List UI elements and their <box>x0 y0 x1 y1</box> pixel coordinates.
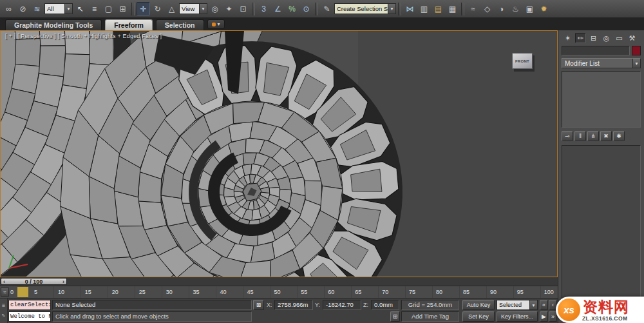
material-editor-icon[interactable]: ◑ <box>495 2 508 15</box>
play-animation-icon[interactable]: ▶ <box>540 311 548 322</box>
key-filters-button[interactable]: Key Filters... <box>497 311 538 322</box>
make-unique-icon[interactable]: ⋔ <box>587 131 599 141</box>
go-to-start-icon[interactable]: « <box>540 300 548 310</box>
angle-snap-icon[interactable]: ∠ <box>271 2 285 15</box>
viewport[interactable]: [ + ] [ Perspective ] [ Smooth + Highlig… <box>0 30 558 277</box>
tab-graphite-modeling-tools[interactable]: Graphite Modeling Tools <box>5 19 102 30</box>
add-time-tag[interactable]: Add Time Tag <box>401 311 459 322</box>
schematic-view-icon[interactable]: ◇ <box>480 2 494 15</box>
bind-to-space-warp-icon[interactable]: ≋ <box>30 2 44 15</box>
edit-named-selection-sets-icon[interactable]: ✎ <box>320 2 334 15</box>
remove-modifier-icon[interactable]: ✖ <box>600 131 612 141</box>
next-frame-arrow-icon[interactable]: › <box>62 279 64 285</box>
frame-tick-label: 95 <box>517 289 524 295</box>
percent-snap-icon[interactable]: % <box>285 2 299 15</box>
frame-tick-label: 30 <box>166 289 173 295</box>
dropdown-arrow-icon[interactable]: ▼ <box>529 300 537 309</box>
frame-tick-label: 35 <box>193 289 200 295</box>
toolbar-separator <box>315 3 318 15</box>
show-end-result-icon[interactable]: ‖ <box>574 131 586 141</box>
status-side-strip: ≣✎ <box>0 299 8 323</box>
selection-filter-dropdown[interactable]: All▼ <box>44 3 73 14</box>
watermark-brand: 资料网 <box>583 297 629 317</box>
previous-frame-arrow-icon[interactable]: ‹ <box>3 279 5 285</box>
auto-key-button[interactable]: Auto Key <box>462 300 495 310</box>
select-and-manipulate-icon[interactable]: ✦ <box>222 2 236 15</box>
dropdown-arrow-icon[interactable]: ▼ <box>632 59 640 68</box>
named-selection-sets-dropdown[interactable]: Create Selection Se▼ <box>334 3 396 14</box>
main-toolbar: ∞⊘≋All▼↖≡▢⊞✛↻△View▼◎✦⊡3∠%⊙✎Create Select… <box>0 0 644 18</box>
set-key-button[interactable]: Set Key <box>462 311 495 322</box>
prompt-line: Click and drag to select and move object… <box>52 311 252 322</box>
hierarchy-tab-icon[interactable]: ⊟ <box>588 33 599 43</box>
window-crossing-icon[interactable]: ⊞ <box>116 2 129 15</box>
selection-lock-toggle[interactable]: ⊠ <box>253 300 264 310</box>
layer-manager-icon[interactable]: ▤ <box>431 2 445 15</box>
y-coordinate-field[interactable]: -18242.70 <box>323 300 361 310</box>
utilities-tab-icon[interactable]: ⚒ <box>627 33 638 43</box>
key-mode-dropdown[interactable]: Selected ▼ <box>497 300 538 310</box>
select-and-rotate-icon[interactable]: ↻ <box>151 2 164 15</box>
mini-curve-editor-button[interactable]: ≈ <box>1 288 9 297</box>
key-mode-value: Selected <box>497 302 529 308</box>
curve-editor-icon[interactable]: ≈ <box>466 2 480 15</box>
track-bar[interactable]: ≈ 05101520253035404550556065707580859095… <box>0 286 558 299</box>
modifier-stack[interactable] <box>562 71 641 128</box>
ribbon-minimize-button[interactable]: ▾ <box>207 19 225 29</box>
object-color-swatch[interactable] <box>632 46 641 55</box>
viewport-label[interactable]: [ + ] [ Perspective ] [ Smooth + Highlig… <box>5 33 162 39</box>
motion-tab-icon[interactable]: ◎ <box>601 33 612 43</box>
render-setup-icon[interactable]: ♨ <box>509 2 522 15</box>
display-tab-icon[interactable]: ▭ <box>614 33 625 43</box>
rectangular-selection-region-icon[interactable]: ▢ <box>102 2 115 15</box>
rendered-frame-window-icon[interactable]: ▣ <box>523 2 536 15</box>
graphite-ribbon-toggle-icon[interactable]: ▦ <box>446 2 459 15</box>
mini-listener-line[interactable]: Welcome to MAX! <box>8 311 51 322</box>
dropdown-arrow-icon[interactable]: ▼ <box>64 4 72 14</box>
tab-freeform[interactable]: Freeform <box>105 19 153 30</box>
watermark-url: ZL.XS1616.COM <box>582 315 627 322</box>
viewport-mesh[interactable] <box>1 31 557 277</box>
modifier-stack-buttons: ⊸‖⋔✖✱ <box>562 131 641 141</box>
pin-stack-icon[interactable]: ⊸ <box>562 131 573 141</box>
time-slider-bar[interactable]: ‹ 0 / 100 › <box>0 277 558 286</box>
rollout-area[interactable] <box>562 145 641 321</box>
command-panel: ✶✏⊟◎▭⚒ Modifier List ▼ ⊸‖⋔✖✱ <box>558 30 644 323</box>
configure-modifier-sets-icon[interactable]: ✱ <box>613 131 625 141</box>
toolbar-separator <box>398 3 401 15</box>
reference-coordinate-dropdown[interactable]: View▼ <box>179 3 207 14</box>
frame-tick-label: 25 <box>139 289 146 295</box>
front-gizmo[interactable]: FRONT <box>512 53 533 69</box>
time-slider-handle[interactable]: ‹ 0 / 100 › <box>1 278 67 285</box>
frame-tick-label: 70 <box>382 289 388 295</box>
x-coordinate-field[interactable]: 2758.966m <box>274 300 313 310</box>
maxscript-mini-listener-icon: ≣ <box>2 303 6 308</box>
z-coordinate-field[interactable]: 0.0mm <box>371 300 399 310</box>
align-icon[interactable]: ▥ <box>417 2 431 15</box>
time-tag-icon[interactable]: ⊞ <box>390 311 400 322</box>
tab-selection[interactable]: Selection <box>156 19 204 30</box>
select-and-scale-icon[interactable]: △ <box>165 2 178 15</box>
keyboard-override-icon[interactable]: ⊡ <box>236 2 250 15</box>
create-tab-icon[interactable]: ✶ <box>562 33 573 43</box>
select-and-link-icon[interactable]: ∞ <box>2 2 15 15</box>
modifier-list-dropdown[interactable]: Modifier List ▼ <box>562 58 641 68</box>
dropdown-arrow-icon[interactable]: ▼ <box>388 4 395 14</box>
mirror-icon[interactable]: ⋈ <box>403 2 417 15</box>
spinner-snap-icon[interactable]: ⊙ <box>299 2 313 15</box>
select-by-name-icon[interactable]: ≡ <box>88 2 101 15</box>
render-production-icon[interactable]: ✹ <box>537 2 551 15</box>
toolbar-separator <box>131 3 135 15</box>
select-object-icon[interactable]: ↖ <box>73 2 87 15</box>
frame-tick-label: 85 <box>463 289 469 295</box>
time-slider-label: 0 / 100 <box>25 279 43 285</box>
unlink-selection-icon[interactable]: ⊘ <box>16 2 30 15</box>
snaps-toggle-icon[interactable]: 3 <box>257 2 270 15</box>
use-pivot-center-icon[interactable]: ◎ <box>208 2 222 15</box>
object-name-field[interactable] <box>562 46 630 55</box>
modify-tab-icon[interactable]: ✏ <box>575 33 586 43</box>
dropdown-arrow-icon[interactable]: ▼ <box>199 4 207 14</box>
frame-tick-label: 50 <box>274 289 280 295</box>
select-and-move-icon[interactable]: ✛ <box>137 2 150 15</box>
macro-recorder-line[interactable]: clearSelection <box>8 300 51 310</box>
